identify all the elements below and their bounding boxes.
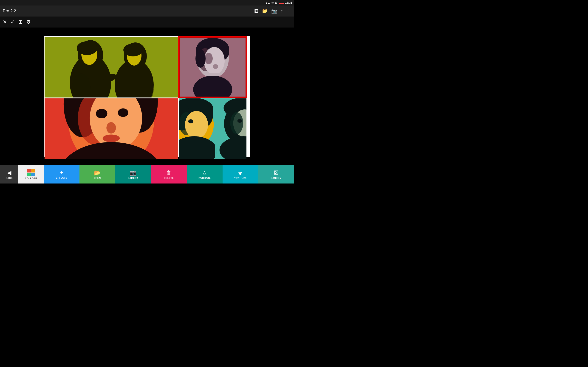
share-button[interactable]: ↑	[281, 8, 283, 14]
bottom-toolbar: ◀ BACK COLLAGE ✦ EFFECTS 📂 OPEN 📷 CAMERA…	[0, 165, 294, 184]
horizon-icon: △	[203, 170, 207, 176]
vertical-icon: ▶	[237, 169, 243, 176]
svg-point-36	[103, 134, 120, 142]
svg-point-34	[118, 108, 128, 117]
wifi-icon: ▲	[266, 1, 270, 4]
delete-button[interactable]: 🗑 DELETE	[151, 165, 187, 184]
random-button[interactable]: ⚄ RANDOM	[258, 165, 294, 184]
vertical-button[interactable]: ▶ VERTICAL	[223, 165, 258, 184]
horizon-label: HORIZON.	[199, 177, 211, 179]
app-title: Pro 2.2	[3, 9, 16, 14]
random-icon: ⚄	[274, 169, 279, 176]
status-bar: ▲ ✉ 🖼 ▬ 13:31	[0, 0, 294, 6]
collage-button[interactable]: COLLAGE	[18, 165, 44, 184]
svg-rect-12	[125, 76, 141, 85]
svg-point-4	[77, 41, 97, 55]
effects-label: EFFECTS	[56, 177, 67, 179]
collage-cell-2[interactable]	[179, 37, 246, 98]
collage-canvas	[44, 36, 250, 157]
svg-rect-0	[44, 37, 178, 98]
delete-icon: 🗑	[166, 169, 172, 176]
random-label: RANDOM	[271, 177, 282, 179]
delete-label: DELETE	[164, 177, 174, 179]
svg-rect-54	[215, 98, 217, 159]
svg-point-24	[195, 49, 206, 68]
svg-point-8	[123, 44, 143, 56]
randomize-button[interactable]: ⚄	[254, 8, 258, 14]
camera-icon: 📷	[130, 169, 137, 176]
svg-point-47	[188, 119, 193, 123]
collage-label: COLLAGE	[25, 177, 37, 180]
camera-toolbar-button[interactable]: 📷 CAMERA	[115, 165, 151, 184]
battery-icon: ▬	[279, 1, 284, 4]
collage-cell-4[interactable]	[179, 98, 246, 159]
msg-icon: ✉	[271, 1, 274, 4]
svg-point-51	[230, 112, 243, 134]
open-button[interactable]: 📂 OPEN	[79, 165, 115, 184]
svg-point-35	[106, 122, 116, 134]
main-content	[0, 27, 294, 165]
effects-icon: ✦	[60, 170, 64, 176]
effects-button[interactable]: ✦ EFFECTS	[44, 165, 79, 184]
settings-button[interactable]: ⚙	[26, 19, 31, 25]
open-label: OPEN	[94, 177, 101, 179]
back-label: BACK	[6, 177, 13, 179]
collage-icon	[27, 169, 35, 176]
camera-button-top[interactable]: 📷	[271, 8, 277, 14]
svg-point-52	[237, 119, 242, 123]
edit-bar: ✕ ✓ ⊞ ⚙	[0, 17, 294, 27]
svg-point-45	[185, 111, 208, 139]
open-folder-button[interactable]: 📁	[262, 8, 268, 14]
camera-label: CAMERA	[128, 177, 138, 179]
grid-layout-button[interactable]: ⊞	[18, 19, 23, 25]
top-bar: Pro 2.2 ⚄ 📁 📷 ↑ ⋮	[0, 6, 294, 17]
horizontal-button[interactable]: △ HORIZON.	[187, 165, 223, 184]
confirm-edit-button[interactable]: ✓	[10, 19, 15, 25]
top-actions: ⚄ 📁 📷 ↑ ⋮	[254, 8, 291, 14]
close-edit-button[interactable]: ✕	[3, 19, 7, 25]
svg-point-23	[213, 64, 218, 69]
back-button[interactable]: ◀ BACK	[0, 165, 18, 184]
svg-point-22	[204, 53, 213, 64]
open-icon: 📂	[94, 169, 101, 176]
svg-point-33	[96, 109, 107, 118]
more-menu-button[interactable]: ⋮	[287, 8, 291, 14]
clock: 13:31	[285, 1, 292, 4]
collage-cell-3[interactable]	[44, 98, 178, 159]
img-icon: 🖼	[275, 1, 277, 4]
vertical-label: VERTICAL	[234, 176, 246, 179]
back-icon: ◀	[7, 169, 11, 176]
collage-cell-1[interactable]	[44, 37, 178, 98]
